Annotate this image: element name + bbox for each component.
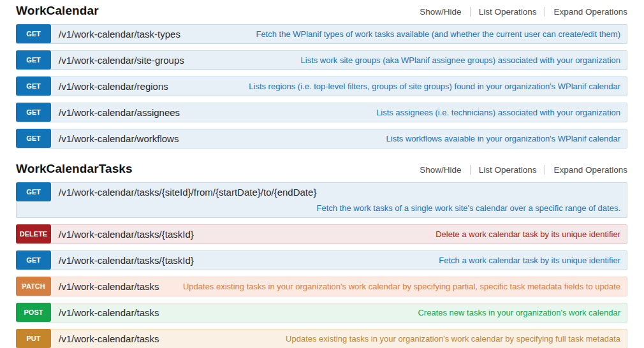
endpoint-path[interactable]: /v1/work-calendar/tasks bbox=[51, 330, 166, 348]
section-controls: Show/Hide List Operations Expand Operati… bbox=[420, 165, 627, 175]
endpoint-path[interactable]: /v1/work-calendar/regions bbox=[51, 77, 175, 96]
operation-summary[interactable]: Fetch a work calendar task by its unique… bbox=[432, 254, 627, 266]
operation-row[interactable]: GET /v1/work-calendar/tasks/{taskId} Fet… bbox=[16, 250, 627, 270]
operation-summary[interactable]: Updates existing tasks in your organizat… bbox=[177, 280, 627, 293]
method-badge[interactable]: PATCH bbox=[16, 277, 51, 296]
method-badge[interactable]: GET bbox=[16, 129, 51, 148]
method-badge[interactable]: GET bbox=[16, 76, 51, 96]
endpoint-path[interactable]: /v1/work-calendar/site-groups bbox=[51, 51, 191, 69]
operation-summary[interactable]: Fetch the WPlanif types of work tasks av… bbox=[249, 28, 627, 40]
operation-summary[interactable]: Creates new tasks in your organization's… bbox=[411, 307, 627, 319]
operation-row[interactable]: GET /v1/work-calendar/task-types Fetch t… bbox=[16, 24, 627, 44]
operation-row[interactable]: GET /v1/work-calendar/workflows Lists wo… bbox=[16, 129, 627, 149]
endpoint-path[interactable]: /v1/work-calendar/task-types bbox=[51, 25, 187, 43]
divider bbox=[545, 165, 545, 175]
endpoint-path[interactable]: /v1/work-calendar/tasks bbox=[51, 303, 166, 322]
section-header-workcalendartasks: WorkCalendarTasks Show/Hide List Operati… bbox=[16, 162, 627, 176]
endpoint-path[interactable]: /v1/work-calendar/workflows bbox=[51, 129, 185, 148]
show-hide-link[interactable]: Show/Hide bbox=[420, 165, 461, 175]
method-badge[interactable]: GET bbox=[16, 50, 51, 69]
divider bbox=[470, 7, 471, 17]
endpoint-path[interactable]: /v1/work-calendar/assignees bbox=[51, 103, 186, 122]
endpoint-path[interactable]: /v1/work-calendar/tasks/{siteId}/from/{s… bbox=[51, 183, 323, 201]
list-operations-link[interactable]: List Operations bbox=[479, 7, 537, 17]
section-title: WorkCalendarTasks bbox=[16, 162, 133, 176]
list-operations-link[interactable]: List Operations bbox=[479, 165, 537, 175]
method-badge[interactable]: PUT bbox=[16, 329, 51, 348]
operation-row[interactable]: GET /v1/work-calendar/assignees Lists as… bbox=[16, 103, 627, 122]
method-badge[interactable]: GET bbox=[16, 182, 51, 201]
operation-row[interactable]: GET /v1/work-calendar/tasks/{siteId}/fro… bbox=[16, 182, 627, 218]
endpoint-path[interactable]: /v1/work-calendar/tasks/{taskId} bbox=[51, 225, 200, 243]
operation-row[interactable]: POST /v1/work-calendar/tasks Creates new… bbox=[16, 303, 627, 323]
divider bbox=[545, 7, 545, 17]
endpoint-path[interactable]: /v1/work-calendar/tasks/{taskId} bbox=[51, 251, 200, 270]
method-badge[interactable]: GET bbox=[16, 250, 51, 270]
divider bbox=[470, 165, 471, 175]
section-header-workcalendar: WorkCalendar Show/Hide List Operations E… bbox=[16, 4, 627, 18]
operation-summary[interactable]: Lists work site groups (aka WPlanif assi… bbox=[295, 54, 627, 66]
method-badge[interactable]: GET bbox=[16, 103, 51, 122]
operation-row[interactable]: GET /v1/work-calendar/site-groups Lists … bbox=[16, 50, 627, 70]
operation-summary[interactable]: Delete a work calendar task by its uniqu… bbox=[429, 228, 627, 240]
operation-row[interactable]: DELETE /v1/work-calendar/tasks/{taskId} … bbox=[16, 224, 627, 244]
method-badge[interactable]: POST bbox=[16, 303, 51, 322]
expand-operations-link[interactable]: Expand Operations bbox=[553, 165, 627, 175]
method-badge[interactable]: GET bbox=[16, 24, 51, 43]
operation-row[interactable]: PATCH /v1/work-calendar/tasks Updates ex… bbox=[16, 277, 627, 296]
operation-summary[interactable]: Lists regions (i.e. top-level filters, g… bbox=[242, 80, 627, 92]
operation-summary[interactable]: Lists workflows avaiable in your organiz… bbox=[380, 133, 627, 145]
operation-summary[interactable]: Fetch the work tasks of a single work si… bbox=[17, 201, 627, 217]
section-controls: Show/Hide List Operations Expand Operati… bbox=[420, 7, 627, 17]
section-title: WorkCalendar bbox=[16, 4, 99, 18]
operation-summary[interactable]: Lists assignees (i.e. technicians) assoc… bbox=[370, 106, 627, 119]
operation-row[interactable]: GET /v1/work-calendar/regions Lists regi… bbox=[16, 76, 627, 96]
method-badge[interactable]: DELETE bbox=[16, 224, 51, 243]
expand-operations-link[interactable]: Expand Operations bbox=[553, 7, 627, 17]
operation-row[interactable]: PUT /v1/work-calendar/tasks Updates exis… bbox=[16, 329, 627, 348]
endpoint-path[interactable]: /v1/work-calendar/tasks bbox=[51, 277, 166, 296]
api-docs-page: WorkCalendar Show/Hide List Operations E… bbox=[0, 0, 644, 348]
operation-summary[interactable]: Updates existing tasks in your organizat… bbox=[279, 333, 627, 345]
show-hide-link[interactable]: Show/Hide bbox=[420, 7, 461, 17]
